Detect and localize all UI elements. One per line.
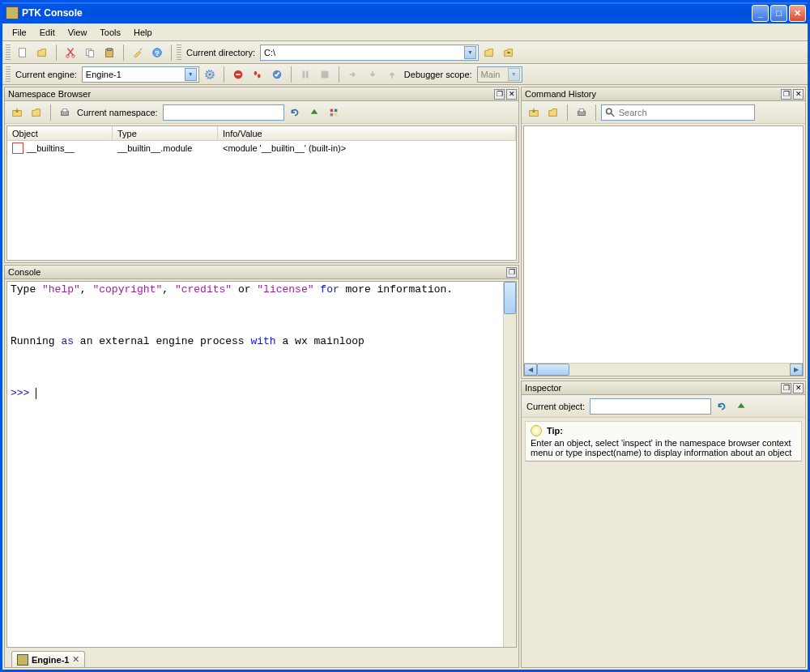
menu-file[interactable]: File: [6, 26, 33, 39]
copy-button[interactable]: [81, 44, 99, 62]
column-header-object[interactable]: Object: [7, 126, 113, 140]
svg-rect-18: [306, 70, 309, 78]
step-into-icon: [367, 69, 378, 80]
cut-icon: [65, 47, 76, 58]
stop-debug-button[interactable]: [316, 66, 334, 83]
titlebar[interactable]: PTK Console _ □ ✕: [2, 2, 808, 23]
panel-title: Inspector: [525, 383, 779, 393]
inspector-panel: Inspector ❐ ✕ Current object: Tip:: [521, 381, 806, 668]
chevron-down-icon: ▼: [508, 68, 520, 81]
folder-icon: [484, 47, 495, 58]
separator: [291, 66, 292, 83]
horizontal-scrollbar[interactable]: ◀ ▶: [524, 363, 803, 376]
panel-close-button[interactable]: ✕: [793, 89, 804, 100]
table-row[interactable]: __builtins__ __builtin__.module <module …: [7, 141, 516, 155]
new-file-button[interactable]: [14, 44, 32, 62]
ns-up-button[interactable]: [305, 104, 323, 121]
scroll-right-button[interactable]: ▶: [790, 364, 803, 376]
console-text-area[interactable]: Type "help", "copyright", "credits" or "…: [7, 282, 503, 647]
inspector-refresh-button[interactable]: [713, 398, 731, 415]
svg-rect-0: [19, 48, 26, 57]
play-check-icon: [271, 69, 283, 80]
maximize-button[interactable]: □: [770, 5, 787, 22]
history-import-button[interactable]: [525, 104, 543, 121]
svg-rect-24: [335, 108, 338, 112]
ns-import-button[interactable]: [8, 104, 26, 121]
continue-button[interactable]: [268, 66, 286, 83]
help-button[interactable]: ?: [148, 44, 166, 62]
separator: [171, 45, 172, 61]
svg-point-15: [258, 74, 261, 78]
panel-restore-button[interactable]: ❐: [494, 89, 505, 100]
ns-open-button[interactable]: [28, 104, 45, 121]
history-search-input[interactable]: [619, 108, 751, 117]
panel-header: Command History ❐ ✕: [522, 87, 805, 101]
chevron-down-icon[interactable]: ▼: [185, 68, 197, 81]
scroll-left-button[interactable]: ◀: [524, 364, 537, 376]
import-icon: [11, 107, 23, 118]
folder-up-button[interactable]: [500, 44, 518, 62]
menu-edit[interactable]: Edit: [33, 26, 62, 39]
separator: [123, 45, 124, 61]
cell-info: <module '__builtin__' (built-in)>: [218, 143, 516, 153]
close-button[interactable]: ✕: [789, 5, 806, 22]
step-into-button[interactable]: [364, 66, 382, 83]
menu-help[interactable]: Help: [127, 26, 159, 39]
stop-button[interactable]: [229, 66, 247, 83]
toolbar-grip[interactable]: [177, 45, 181, 61]
step-button[interactable]: [344, 66, 362, 83]
pause-button[interactable]: [296, 66, 314, 83]
ns-print-button[interactable]: [56, 104, 74, 121]
gear-icon: [204, 69, 215, 80]
inspector-body: Tip: Enter an object, select 'inspect' i…: [522, 418, 805, 667]
history-search[interactable]: [601, 104, 755, 121]
inspector-up-button[interactable]: [732, 398, 750, 415]
console-tabs: Engine-1 ✕: [5, 649, 518, 667]
column-header-info[interactable]: Info/Value: [218, 126, 516, 140]
current-namespace-input[interactable]: [163, 104, 284, 121]
console-scrollbar[interactable]: [503, 282, 516, 647]
toolbar-grip[interactable]: [6, 66, 11, 83]
toolbar-grip[interactable]: [6, 45, 11, 61]
cut-button[interactable]: [62, 44, 79, 62]
current-directory-combo[interactable]: C:\ ▼: [260, 45, 479, 61]
menu-view[interactable]: View: [62, 26, 94, 39]
chevron-down-icon[interactable]: ▼: [464, 46, 476, 59]
panel-restore-button[interactable]: ❐: [506, 267, 517, 278]
ns-refresh-button[interactable]: [286, 104, 304, 121]
console-tab-engine1[interactable]: Engine-1 ✕: [11, 651, 85, 667]
history-body[interactable]: ◀ ▶: [523, 125, 804, 376]
step-out-button[interactable]: [383, 66, 401, 83]
history-open-button[interactable]: [544, 104, 562, 121]
history-print-button[interactable]: [573, 104, 590, 121]
scrollbar-thumb[interactable]: [537, 364, 569, 376]
separator: [567, 104, 568, 121]
namespace-table[interactable]: Object Type Info/Value __builtins__ __bu…: [6, 125, 517, 261]
open-folder-button[interactable]: [33, 44, 51, 62]
paste-icon: [104, 47, 115, 58]
panel-close-button[interactable]: ✕: [793, 383, 804, 393]
browse-folder-button[interactable]: [480, 44, 498, 62]
panel-restore-button[interactable]: ❐: [781, 89, 791, 100]
column-header-type[interactable]: Type: [113, 126, 218, 140]
engine-settings-button[interactable]: [201, 66, 219, 83]
panel-restore-button[interactable]: ❐: [781, 383, 791, 393]
current-engine-label: Current engine:: [14, 70, 80, 79]
menu-tools[interactable]: Tools: [93, 26, 127, 39]
main-area: Namespace Browser ❐ ✕ Current namespace:: [2, 85, 808, 670]
panel-close-button[interactable]: ✕: [506, 89, 517, 100]
console-panel: Console ❐ Type "help", "copyright", "cre…: [4, 265, 519, 668]
tab-label: Engine-1: [32, 655, 69, 665]
current-object-input[interactable]: [590, 398, 711, 415]
ns-filter-button[interactable]: [325, 104, 343, 121]
close-tab-icon[interactable]: ✕: [72, 654, 79, 665]
separator: [595, 104, 596, 121]
paste-button[interactable]: [100, 44, 118, 62]
current-engine-combo[interactable]: Engine-1 ▼: [82, 66, 199, 83]
pause-debug-button[interactable]: [249, 66, 266, 83]
scrollbar-thumb[interactable]: [504, 282, 516, 314]
current-directory-value: C:\: [264, 48, 464, 57]
scrollbar-track[interactable]: [537, 364, 790, 376]
minimize-button[interactable]: _: [752, 5, 769, 22]
clear-button[interactable]: [129, 44, 147, 62]
